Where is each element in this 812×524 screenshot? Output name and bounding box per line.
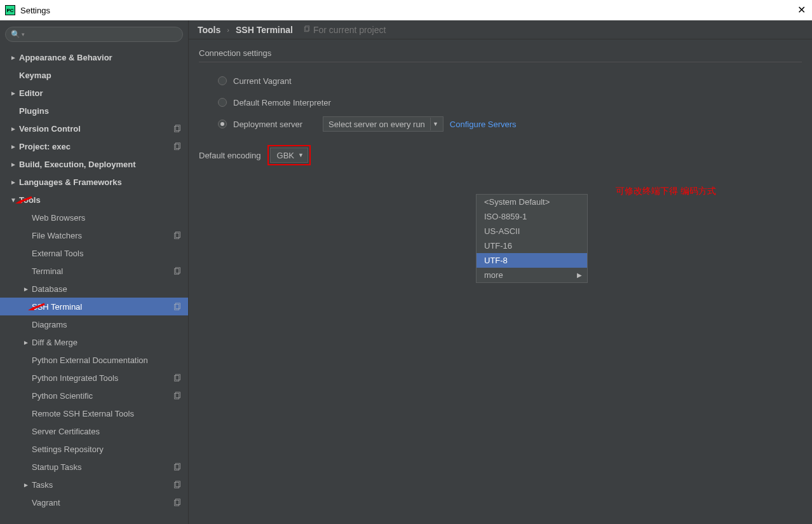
sidebar-item-settings-repository[interactable]: Settings Repository [0, 440, 188, 458]
section-connection-settings: Connection settings [199, 48, 802, 62]
sidebar-item-python-external-documentation[interactable]: Python External Documentation [0, 351, 188, 369]
server-select-combo[interactable]: Select server on every run ▼ [323, 116, 443, 132]
sidebar-item-diagrams[interactable]: Diagrams [0, 315, 188, 333]
svg-marker-5 [15, 200, 22, 203]
sidebar-item-appearance-behavior[interactable]: ►Appearance & Behavior [0, 48, 188, 66]
copy-icon [173, 480, 182, 489]
sidebar-item-label: Startup Tasks [32, 462, 173, 472]
sidebar-item-label: Server Certificates [32, 427, 182, 436]
sidebar-item-label: Remote SSH External Tools [32, 409, 182, 418]
chevron-right-icon[interactable]: ► [10, 90, 19, 97]
copy-icon [173, 373, 182, 382]
radio-label-deployment-server: Deployment server [233, 120, 302, 129]
chevron-right-icon: ▶ [577, 272, 582, 279]
sidebar-item-label: Python Integrated Tools [32, 373, 173, 383]
encoding-row: Default encoding GBK ▼ [199, 145, 802, 165]
radio-icon[interactable] [218, 76, 227, 85]
chevron-right-icon[interactable]: ► [10, 54, 19, 61]
content-area: Connection settings Current Vagrant Defa… [189, 39, 812, 174]
encoding-value: GBK [277, 151, 294, 160]
sidebar-item-label: Web Browsers [32, 213, 182, 223]
search-input[interactable]: 🔍 ▾ [5, 27, 183, 42]
sidebar-item-editor[interactable]: ►Editor [0, 84, 188, 102]
sidebar-item-remote-ssh-external-tools[interactable]: Remote SSH External Tools [0, 404, 188, 422]
encoding-option-us-ascii[interactable]: US-ASCII [477, 224, 587, 238]
sidebar-item-label: Keymap [19, 71, 182, 80]
sidebar-item-startup-tasks[interactable]: Startup Tasks [0, 458, 188, 476]
copy-icon [173, 498, 182, 507]
sidebar-item-terminal[interactable]: Terminal [0, 262, 188, 280]
sidebar-item-label: File Watchers [32, 231, 173, 240]
sidebar-item-label: Diff & Merge [32, 338, 182, 347]
copy-icon [173, 391, 182, 400]
sidebar-item-label: Appearance & Behavior [19, 53, 182, 62]
sidebar-item-label: Editor [19, 88, 182, 98]
settings-tree: ►Appearance & BehaviorKeymap►EditorPlugi… [0, 47, 188, 524]
sidebar-item-project-exec[interactable]: ►Project: exec [0, 137, 188, 155]
encoding-dropdown[interactable]: <System Default>ISO-8859-1US-ASCIIUTF-16… [476, 194, 588, 283]
annotation-arrow-icon [27, 301, 46, 312]
breadcrumb-tools: Tools [198, 25, 220, 35]
sidebar-item-tasks[interactable]: ►Tasks [0, 476, 188, 493]
radio-row-default-remote[interactable]: Default Remote Interpreter [218, 92, 802, 113]
chevron-down-icon: ▾ [22, 31, 25, 38]
annotation-red-box: GBK ▼ [267, 145, 311, 165]
sidebar-item-python-scientific[interactable]: Python Scientific [0, 387, 188, 404]
radio-icon[interactable] [218, 120, 227, 128]
chevron-right-icon[interactable]: ► [10, 125, 19, 132]
sidebar-item-label: Plugins [19, 106, 182, 116]
chevron-right-icon[interactable]: ► [10, 143, 19, 150]
sidebar-item-python-integrated-tools[interactable]: Python Integrated Tools [0, 369, 188, 387]
sidebar-item-label: Project: exec [19, 142, 173, 151]
encoding-option--system-default-[interactable]: <System Default> [477, 195, 587, 209]
sidebar-item-keymap[interactable]: Keymap [0, 66, 188, 84]
window-titlebar: Settings ✕ [0, 0, 812, 20]
sidebar-item-label: Python Scientific [32, 391, 173, 401]
server-select-value: Select server on every run [328, 120, 425, 129]
chevron-right-icon[interactable]: ► [23, 481, 32, 488]
encoding-option-more[interactable]: more▶ [477, 268, 587, 282]
sidebar-item-languages-frameworks[interactable]: ►Languages & Frameworks [0, 173, 188, 191]
sidebar-item-file-watchers[interactable]: File Watchers [0, 226, 188, 244]
sidebar-item-plugins[interactable]: Plugins [0, 102, 188, 120]
copy-icon [173, 302, 182, 311]
close-icon[interactable]: ✕ [797, 4, 806, 16]
sidebar-item-database[interactable]: ►Database [0, 280, 188, 298]
chevron-right-icon[interactable]: ► [23, 339, 32, 346]
sidebar-item-diff-merge[interactable]: ►Diff & Merge [0, 333, 188, 351]
radio-row-deployment-server[interactable]: Deployment server Select server on every… [218, 113, 802, 135]
sidebar: 🔍 ▾ ►Appearance & BehaviorKeymap►EditorP… [0, 20, 189, 524]
sidebar-item-web-browsers[interactable]: Web Browsers [0, 209, 188, 226]
sidebar-item-version-control[interactable]: ►Version Control [0, 120, 188, 137]
sidebar-item-external-tools[interactable]: External Tools [0, 244, 188, 262]
annotation-text: 可修改终端下得 编码方式 [616, 186, 716, 197]
sidebar-item-server-certificates[interactable]: Server Certificates [0, 422, 188, 440]
sidebar-item-label: Version Control [19, 124, 173, 134]
main-panel: Tools › SSH Terminal For current project… [189, 20, 812, 524]
chevron-right-icon[interactable]: ► [10, 161, 19, 168]
chevron-right-icon[interactable]: ► [23, 286, 32, 293]
copy-icon [173, 142, 182, 151]
encoding-option-iso-8859-1[interactable]: ISO-8859-1 [477, 209, 587, 224]
sidebar-item-label: Database [32, 284, 182, 294]
sidebar-item-ssh-terminal[interactable]: SSH Terminal [0, 298, 188, 315]
chevron-down-icon: ▼ [430, 118, 440, 130]
chevron-right-icon[interactable]: ► [10, 179, 19, 186]
encoding-combo[interactable]: GBK ▼ [270, 148, 308, 163]
sidebar-item-label: Diagrams [32, 320, 182, 329]
sidebar-item-label: Vagrant [32, 498, 173, 507]
sidebar-item-label: SSH Terminal [32, 302, 173, 312]
sidebar-item-tools[interactable]: ▼Tools [0, 191, 188, 209]
encoding-option-utf-8[interactable]: UTF-8 [477, 253, 587, 268]
breadcrumb: Tools › SSH Terminal For current project [189, 20, 812, 39]
pycharm-icon [5, 5, 15, 15]
radio-row-current-vagrant[interactable]: Current Vagrant [218, 70, 802, 92]
sidebar-item-label: Terminal [32, 266, 173, 276]
configure-servers-link[interactable]: Configure Servers [450, 120, 517, 129]
copy-icon [173, 231, 182, 240]
sidebar-item-label: Python External Documentation [32, 355, 182, 365]
sidebar-item-vagrant[interactable]: Vagrant [0, 493, 188, 511]
radio-icon[interactable] [218, 98, 227, 107]
encoding-option-utf-16[interactable]: UTF-16 [477, 238, 587, 253]
sidebar-item-build-execution-deployment[interactable]: ►Build, Execution, Deployment [0, 155, 188, 173]
